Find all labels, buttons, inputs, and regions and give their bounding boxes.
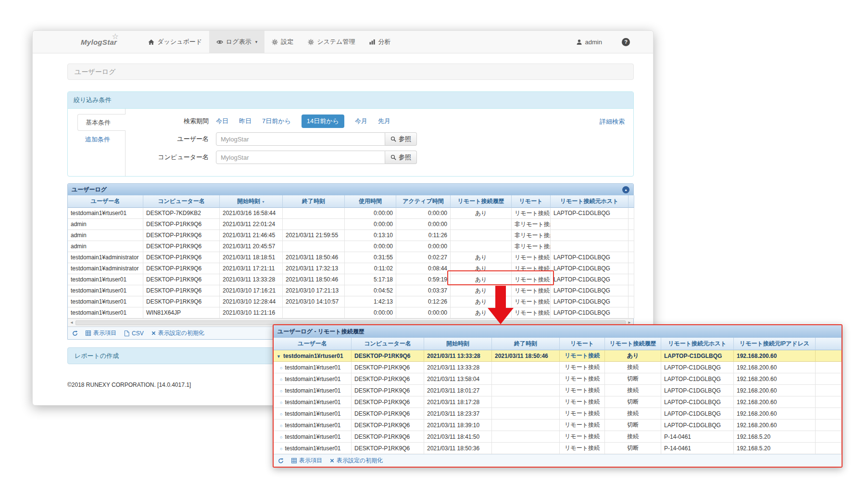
help-button[interactable]: ? bbox=[622, 38, 630, 46]
remote-host-cell: LAPTOP-C1DGLBQG bbox=[551, 263, 629, 274]
display-items-button[interactable]: 表示項目 bbox=[86, 329, 116, 337]
remote-history-cell: 接続 bbox=[605, 362, 661, 373]
col-header-user[interactable]: ユーザー名 bbox=[68, 195, 143, 208]
period-yesterday[interactable]: 昨日 bbox=[239, 117, 252, 126]
col-header-remote-history[interactable]: リモート接続履歴 bbox=[451, 195, 512, 208]
log-table-row[interactable]: adminDESKTOP-P1RK9Q62021/03/11 21:46:452… bbox=[68, 230, 634, 241]
log-table-row[interactable]: testdomain1¥rtuser01DESKTOP-7KD9KB22021/… bbox=[68, 208, 634, 219]
csv-button[interactable]: CSV bbox=[124, 330, 144, 337]
computer-input[interactable] bbox=[216, 151, 385, 164]
computer-label: コンピューター名 bbox=[126, 153, 216, 162]
remote-history-cell[interactable]: あり bbox=[451, 296, 512, 307]
remote-history-cell bbox=[451, 241, 512, 252]
log-table-row[interactable]: adminDESKTOP-P1RK9Q62021/03/11 22:01:240… bbox=[68, 219, 634, 230]
nav-label: ログ表示 bbox=[226, 38, 252, 46]
col-header-computer[interactable]: コンピューター名 bbox=[352, 338, 424, 350]
display-items-button[interactable]: 表示項目 bbox=[291, 457, 322, 465]
start-time-cell: 2021/03/11 13:33:28 bbox=[424, 362, 492, 373]
log-table-row[interactable]: testdomain1¥rtuser01DESKTOP-P1RK9Q62021/… bbox=[68, 296, 634, 307]
username-input[interactable] bbox=[216, 132, 385, 146]
remote-history-detail-row[interactable]: ○testdomain1¥rtuser01DESKTOP-P1RK9Q62021… bbox=[274, 420, 842, 431]
active-time-cell: 0:59:19 bbox=[396, 274, 451, 285]
scroll-left-icon[interactable]: ◄ bbox=[70, 321, 74, 325]
col-header-computer[interactable]: コンピューター名 bbox=[143, 195, 220, 208]
remote-history-cell[interactable]: あり bbox=[451, 285, 512, 296]
csv-label: CSV bbox=[132, 330, 144, 337]
col-header-end[interactable]: 終了時刻 bbox=[283, 195, 345, 208]
log-table-row[interactable]: adminDESKTOP-P1RK9Q62021/03/11 20:45:570… bbox=[68, 241, 634, 252]
collapse-button[interactable]: ▴ bbox=[622, 186, 629, 193]
remote-history-detail-row[interactable]: ○testdomain1¥rtuser01DESKTOP-P1RK9Q62021… bbox=[274, 431, 842, 443]
user-cell: ○testdomain1¥rtuser01 bbox=[274, 373, 352, 385]
col-header-remote[interactable]: リモート bbox=[560, 338, 605, 350]
period-this-month[interactable]: 今月 bbox=[355, 117, 367, 126]
remote-history-cell[interactable]: あり bbox=[451, 307, 512, 318]
log-table-row[interactable]: testdomain1¥rtuser01DESKTOP-P1RK9Q62021/… bbox=[68, 274, 634, 285]
col-header-remote-host[interactable]: リモート接続元ホスト bbox=[661, 338, 734, 350]
period-7days[interactable]: 7日前から bbox=[262, 117, 291, 126]
expand-triangle-icon[interactable]: ▼ bbox=[277, 354, 281, 359]
row-filler bbox=[816, 385, 842, 396]
advanced-search-link[interactable]: 詳細検索 bbox=[600, 117, 625, 126]
row-filler bbox=[816, 443, 842, 454]
period-14days[interactable]: 14日前から bbox=[302, 114, 344, 128]
reset-display-button[interactable]: 表示設定の初期化 bbox=[151, 329, 204, 337]
remote-history-cell[interactable]: あり bbox=[451, 252, 512, 263]
remote-history-detail-row[interactable]: ○testdomain1¥rtuser01DESKTOP-P1RK9Q62021… bbox=[274, 385, 842, 396]
nav-analysis[interactable]: 分析 bbox=[362, 31, 398, 53]
remote-history-cell[interactable]: あり bbox=[451, 208, 512, 219]
period-last-month[interactable]: 先月 bbox=[378, 117, 390, 126]
col-header-start[interactable]: 開始時刻 bbox=[424, 338, 492, 350]
remote-ip-cell: 192.168.5.20 bbox=[734, 431, 816, 443]
user-menu[interactable]: admin bbox=[569, 38, 609, 46]
nav-system-admin[interactable]: システム管理 bbox=[301, 31, 362, 53]
end-time-cell: 2021/03/10 14:10:57 bbox=[283, 296, 345, 307]
user-log-panel-header[interactable]: ユーザーログ ▴ bbox=[68, 184, 633, 195]
refresh-icon bbox=[72, 331, 78, 336]
col-header-remote-host[interactable]: リモート接続元ホスト bbox=[551, 195, 629, 208]
remote-history-detail-row[interactable]: ○testdomain1¥rtuser01DESKTOP-P1RK9Q62021… bbox=[274, 408, 842, 420]
remote-cell: リモート接続 bbox=[560, 373, 605, 385]
active-time-cell: 0:03:37 bbox=[396, 285, 451, 296]
remote-history-cell[interactable]: あり bbox=[451, 263, 512, 274]
remote-cell: リモート接続 bbox=[560, 443, 605, 454]
remote-history-detail-row[interactable]: ○testdomain1¥rtuser01DESKTOP-P1RK9Q62021… bbox=[274, 362, 842, 373]
log-table-row[interactable]: testdomain1¥administratorDESKTOP-P1RK9Q6… bbox=[68, 263, 634, 274]
log-table-row[interactable]: testdomain1¥rtuser01DESKTOP-P1RK9Q62021/… bbox=[68, 285, 634, 296]
col-header-active[interactable]: アクティブ時間 bbox=[396, 195, 451, 208]
refresh-button[interactable] bbox=[278, 458, 284, 464]
log-table-row[interactable]: testdomain1¥rtuser01WIN81X64JP2021/03/10… bbox=[68, 307, 634, 318]
remote-history-cell[interactable]: あり bbox=[451, 274, 512, 285]
log-table-row[interactable]: testdomain1¥administratorDESKTOP-P1RK9Q6… bbox=[68, 252, 634, 263]
col-header-start[interactable]: 開始時刻▼ bbox=[220, 195, 283, 208]
computer-browse-button[interactable]: 参照 bbox=[385, 151, 417, 164]
col-header-user[interactable]: ユーザー名 bbox=[274, 338, 352, 350]
brand-logo[interactable]: MylogStar ☆ bbox=[81, 31, 117, 53]
username-browse-button[interactable]: 参照 bbox=[385, 132, 417, 146]
col-header-usage[interactable]: 使用時間 bbox=[345, 195, 396, 208]
row-filler bbox=[816, 408, 842, 420]
nav-settings[interactable]: 設定 bbox=[264, 31, 301, 53]
remote-history-detail-row[interactable]: ○testdomain1¥rtuser01DESKTOP-P1RK9Q62021… bbox=[274, 443, 842, 454]
col-header-remote-ip[interactable]: リモート接続元IPアドレス bbox=[734, 338, 816, 350]
remote-history-parent-row[interactable]: ▼testdomain1¥rtuser01DESKTOP-P1RK9Q62021… bbox=[274, 350, 842, 362]
tab-additional-conditions[interactable]: 追加条件 bbox=[77, 131, 125, 148]
col-header-remote-history[interactable]: リモート接続履歴 bbox=[605, 338, 661, 350]
nav-dashboard[interactable]: ダッシュボード bbox=[141, 31, 209, 53]
tab-basic-conditions[interactable]: 基本条件 bbox=[77, 114, 126, 131]
refresh-button[interactable] bbox=[72, 331, 78, 336]
reset-display-button[interactable]: 表示設定の初期化 bbox=[330, 457, 383, 465]
period-today[interactable]: 今日 bbox=[216, 117, 228, 126]
remote-history-detail-row[interactable]: ○testdomain1¥rtuser01DESKTOP-P1RK9Q62021… bbox=[274, 396, 842, 408]
row-filler bbox=[629, 307, 634, 318]
remote-history-cell: 接続 bbox=[605, 385, 661, 396]
remote-host-cell: LAPTOP-C1DGLBQG bbox=[661, 420, 734, 431]
computer-cell: DESKTOP-P1RK9Q6 bbox=[143, 274, 220, 285]
col-header-remote[interactable]: リモート bbox=[512, 195, 551, 208]
nav-right: admin ? bbox=[569, 31, 653, 53]
filter-panel: 絞り込み条件 基本条件 追加条件 詳細検索 検索期間 今日 昨日 7日前から 1… bbox=[67, 91, 634, 177]
nav-log-display[interactable]: ログ表示 ▾ bbox=[209, 31, 264, 53]
col-header-end[interactable]: 終了時刻 bbox=[492, 338, 560, 350]
remote-host-cell: LAPTOP-C1DGLBQG bbox=[661, 396, 734, 408]
remote-history-detail-row[interactable]: ○testdomain1¥rtuser01DESKTOP-P1RK9Q62021… bbox=[274, 373, 842, 385]
